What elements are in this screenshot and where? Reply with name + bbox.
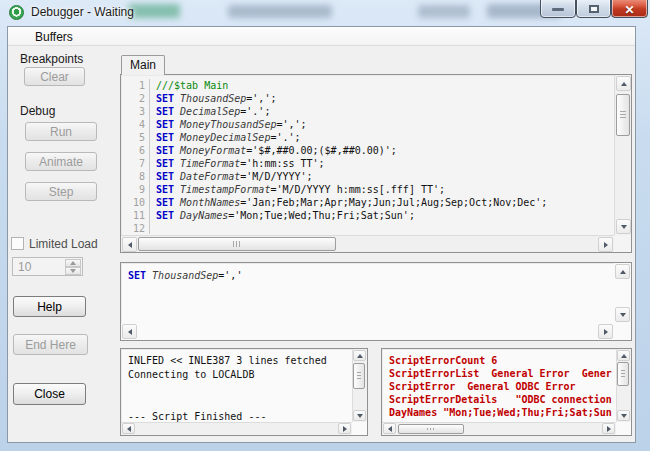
up-arrow-icon <box>620 270 626 274</box>
editor-vertical-scrollbar[interactable] <box>614 75 631 235</box>
scroll-right-button[interactable] <box>598 324 613 339</box>
menu-item-buffers[interactable]: Buffers <box>28 28 80 44</box>
scroll-down-button[interactable] <box>616 219 631 234</box>
close-button[interactable]: Close <box>13 383 86 405</box>
scrollbar-thumb[interactable] <box>398 424 464 434</box>
scrollbar-thumb[interactable] <box>616 94 630 136</box>
help-button[interactable]: Help <box>13 296 86 317</box>
down-arrow-icon <box>621 225 627 229</box>
line-number: 8 <box>122 170 150 183</box>
spinner-down-button[interactable] <box>65 267 81 275</box>
scrollbar-thumb[interactable] <box>138 237 336 251</box>
code-line: 4SET MoneyThousandSep=','; <box>122 118 613 131</box>
scroll-up-button[interactable] <box>617 350 630 361</box>
clear-button[interactable]: Clear <box>24 67 85 86</box>
scroll-left-button[interactable] <box>122 237 137 252</box>
close-window-button[interactable]: ✕ <box>611 0 648 18</box>
status-line <box>128 382 327 396</box>
minimize-button[interactable] <box>540 0 576 18</box>
code-line: 9SET TimestampFormat='M/D/YYYY h:mm:ss[.… <box>122 183 613 196</box>
scroll-right-button[interactable] <box>598 237 613 252</box>
up-arrow-icon <box>621 82 627 86</box>
code-line: 12 <box>122 222 613 234</box>
code-line: 1///$tab Main <box>122 79 613 92</box>
status-horizontal-scrollbar[interactable] <box>121 422 352 435</box>
thumb-grip-icon <box>620 111 626 118</box>
maximize-button[interactable] <box>576 0 611 18</box>
error-output-panel: ScriptErrorCount 6ScriptErrorList Genera… <box>381 348 632 436</box>
error-line: ScriptErrorCount 6 <box>389 354 612 367</box>
error-line: ScriptError General ODBC Error <box>389 380 612 393</box>
left-arrow-icon <box>128 242 132 248</box>
code-line: 10SET MonthNames='Jan;Feb;Mar;Apr;May;Ju… <box>122 196 613 209</box>
down-arrow-icon <box>621 414 627 418</box>
code-line: 5SET MoneyDecimalSep='.'; <box>122 131 613 144</box>
spinner-up-button[interactable] <box>65 259 81 267</box>
tab-main[interactable]: Main <box>121 55 165 75</box>
line-number: 2 <box>122 92 150 105</box>
error-line: ScriptErrorList General Error Gener <box>389 367 612 380</box>
status-output-panel: INLFED << INLE387 3 lines fetchedConnect… <box>120 348 368 436</box>
checkbox-box-icon[interactable] <box>11 237 24 250</box>
minimize-icon <box>552 8 564 11</box>
editor-horizontal-scrollbar[interactable] <box>121 235 614 252</box>
line-number: 9 <box>122 183 150 196</box>
limited-load-spinner[interactable]: 10 <box>12 257 83 276</box>
animate-button[interactable]: Animate <box>25 152 97 171</box>
scroll-up-button[interactable] <box>616 76 631 91</box>
scrollbar-thumb[interactable] <box>617 362 629 386</box>
menu-bar: Buffers <box>8 27 635 46</box>
watch-horizontal-scrollbar[interactable] <box>121 323 614 340</box>
watch-vertical-scrollbar[interactable] <box>614 263 631 323</box>
left-arrow-icon <box>128 329 132 335</box>
spinner-value: 10 <box>18 260 31 274</box>
step-button[interactable]: Step <box>25 182 97 201</box>
right-arrow-icon <box>607 426 611 432</box>
end-here-button[interactable]: End Here <box>13 334 88 355</box>
scrollbar-thumb[interactable] <box>353 363 365 389</box>
error-line: DayNames "Mon;Tue;Wed;Thu;Fri;Sat;Sun <box>389 406 612 419</box>
script-editor-panel: 1///$tab Main2SET ThousandSep=',';3SET D… <box>120 74 632 253</box>
scroll-up-button[interactable] <box>615 264 630 279</box>
code-line: 3SET DecimalSep='.'; <box>122 105 613 118</box>
thumb-grip-icon <box>233 241 240 247</box>
code-line: 7SET TimeFormat='h:mm:ss TT'; <box>122 157 613 170</box>
line-number: 1 <box>122 79 150 92</box>
down-arrow-icon <box>70 269 76 273</box>
scroll-left-button[interactable] <box>122 423 135 434</box>
code-lines[interactable]: 1///$tab Main2SET ThousandSep=',';3SET D… <box>122 79 613 234</box>
left-arrow-icon <box>127 426 131 432</box>
scroll-right-button[interactable] <box>602 423 615 434</box>
scroll-left-button[interactable] <box>122 324 137 339</box>
thumb-grip-icon <box>427 428 434 430</box>
scroll-down-button[interactable] <box>617 410 630 421</box>
status-line: INLFED << INLE387 3 lines fetched <box>128 354 327 368</box>
window-title: Debugger - Waiting <box>31 5 134 19</box>
background-blur-blob <box>418 5 470 18</box>
error-horizontal-scrollbar[interactable] <box>382 422 616 435</box>
error-line: ScriptErrorDetails "ODBC connection <box>389 393 612 406</box>
error-lines: ScriptErrorCount 6ScriptErrorList Genera… <box>389 354 612 419</box>
up-arrow-icon <box>70 261 76 265</box>
title-bar[interactable]: Debugger - Waiting ✕ <box>0 0 650 26</box>
maximize-icon <box>589 5 599 13</box>
qlikview-logo-icon <box>9 5 24 20</box>
breakpoints-group-label: Breakpoints <box>20 52 83 66</box>
limited-load-checkbox[interactable]: Limited Load <box>11 237 98 251</box>
line-number: 6 <box>122 144 150 157</box>
error-vertical-scrollbar[interactable] <box>616 349 631 422</box>
line-number: 12 <box>122 222 150 234</box>
scroll-down-button[interactable] <box>353 410 366 421</box>
scroll-down-button[interactable] <box>615 307 630 322</box>
line-number: 7 <box>122 157 150 170</box>
code-line: 11SET DayNames='Mon;Tue;Wed;Thu;Fri;Sat;… <box>122 209 613 222</box>
status-vertical-scrollbar[interactable] <box>352 349 367 422</box>
scroll-right-button[interactable] <box>338 423 351 434</box>
run-button[interactable]: Run <box>25 122 97 141</box>
down-arrow-icon <box>357 414 363 418</box>
scroll-up-button[interactable] <box>353 350 366 361</box>
status-line <box>128 396 327 410</box>
line-number: 4 <box>122 118 150 131</box>
close-icon: ✕ <box>624 3 634 17</box>
scroll-left-button[interactable] <box>383 423 396 434</box>
